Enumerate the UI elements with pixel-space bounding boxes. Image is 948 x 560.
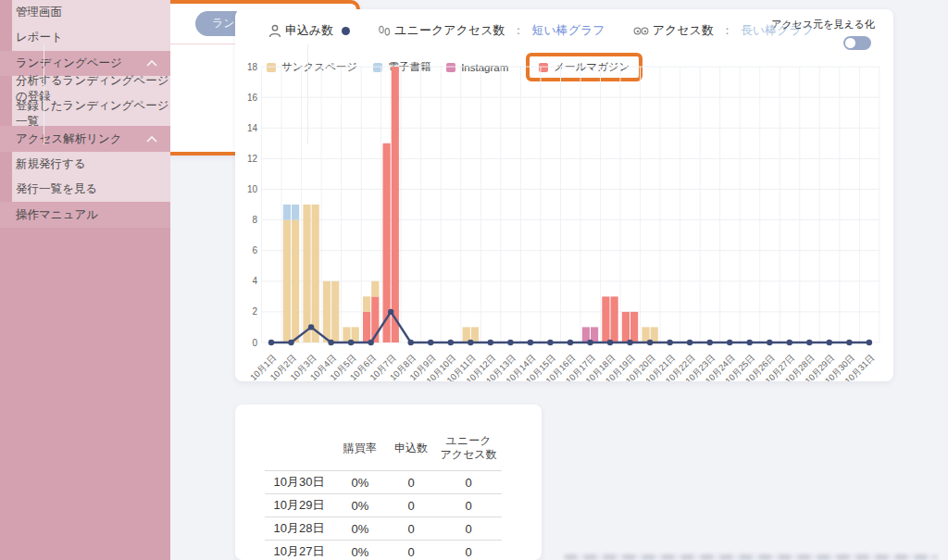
sidebar-item-label: 新規発行する <box>16 156 86 172</box>
unique-access-header: ユニーク アクセス数 <box>435 430 502 471</box>
sidebar-item-label: 管理画面 <box>16 5 62 20</box>
svg-text:0: 0 <box>252 338 257 348</box>
sidebar-item-label: レポート <box>16 30 63 45</box>
unique-access-cell: 0 <box>435 517 502 541</box>
applications-cell: 0 <box>387 494 435 517</box>
purchase-rate-cell: 0% <box>333 541 387 560</box>
sidebar-item-8[interactable]: 操作マニュアル <box>0 202 170 227</box>
purchase-rate-cell: 0% <box>333 471 387 494</box>
purchase-rate-cell: 0% <box>333 494 387 517</box>
sidebar-item-5[interactable]: アクセス解析リンク <box>0 126 170 151</box>
unique-header-line2: アクセス数 <box>440 448 496 461</box>
svg-text:10: 10 <box>247 184 258 194</box>
sidebar-item-4[interactable]: 登録したランディングページ一覧 <box>12 101 170 126</box>
sidebar-item-label: アクセス解析リンク <box>16 131 122 147</box>
svg-text:8: 8 <box>252 215 257 225</box>
date-cell: 10月29日 <box>265 494 333 517</box>
access-chart-card: 申込み数 ユニークアクセス数 ： 短い棒グラフ アクセス数 ： 長い棒グラフ <box>235 9 893 381</box>
sidebar-item-0[interactable]: 管理画面 <box>12 0 170 25</box>
date-cell: 10月28日 <box>265 517 333 541</box>
purchase-rate-cell: 0% <box>333 517 387 541</box>
table-row: 10月27日0%00 <box>265 541 502 560</box>
sidebar-item-1[interactable]: レポート <box>12 25 170 50</box>
date-cell: 10月30日 <box>265 471 333 494</box>
daily-stats-card: 購買率 申込数 ユニーク アクセス数 10月30日0%0010月29日0%001… <box>235 404 542 560</box>
unique-access-cell: 0 <box>435 541 502 560</box>
dashboard-page: 管理画面レポートランディングページ分析するランディングページの登録登録したランデ… <box>0 0 948 560</box>
svg-text:6: 6 <box>252 245 257 255</box>
chevron-up-icon <box>146 132 157 145</box>
sidebar-item-label: 登録したランディングページ一覧 <box>16 98 170 130</box>
sidebar-item-label: ランディングページ <box>16 56 122 71</box>
table-row: 10月29日0%00 <box>265 494 502 517</box>
date-column-header <box>265 430 333 471</box>
applications-header: 申込数 <box>387 430 435 471</box>
daily-stats-table: 購買率 申込数 ユニーク アクセス数 10月30日0%0010月29日0%001… <box>265 430 502 560</box>
unique-access-cell: 0 <box>435 471 502 494</box>
svg-text:12: 12 <box>247 154 258 164</box>
svg-text:18: 18 <box>247 62 258 72</box>
svg-text:2: 2 <box>252 306 257 317</box>
table-row: 10月28日0%00 <box>265 517 502 541</box>
purchase-rate-header: 購買率 <box>333 430 387 471</box>
sidebar-item-label: 操作マニュアル <box>16 207 98 223</box>
date-cell: 10月27日 <box>265 541 333 560</box>
applications-cell: 0 <box>387 517 435 541</box>
sidebar-item-7[interactable]: 発行一覧を見る <box>12 177 170 202</box>
svg-text:4: 4 <box>252 276 257 286</box>
redaction-edge-line <box>307 44 308 144</box>
table-row: 10月30日0%00 <box>265 471 502 494</box>
sidebar: 管理画面レポートランディングページ分析するランディングページの登録登録したランデ… <box>0 0 170 560</box>
svg-text:14: 14 <box>247 123 258 133</box>
blurred-text-strip <box>565 554 937 560</box>
redaction-edge-line <box>44 44 44 144</box>
applications-cell: 0 <box>387 471 435 494</box>
sidebar-item-label: 発行一覧を見る <box>16 181 97 197</box>
unique-access-cell: 0 <box>435 494 502 517</box>
svg-text:16: 16 <box>247 93 258 103</box>
unique-header-line1: ユニーク <box>446 434 492 447</box>
access-bar-line-chart: 02468101214161810月1日10月2日10月3日10月4日10月5日… <box>235 9 893 381</box>
chevron-up-icon <box>146 56 157 69</box>
sidebar-item-6[interactable]: 新規発行する <box>12 152 170 177</box>
applications-cell: 0 <box>387 541 435 560</box>
